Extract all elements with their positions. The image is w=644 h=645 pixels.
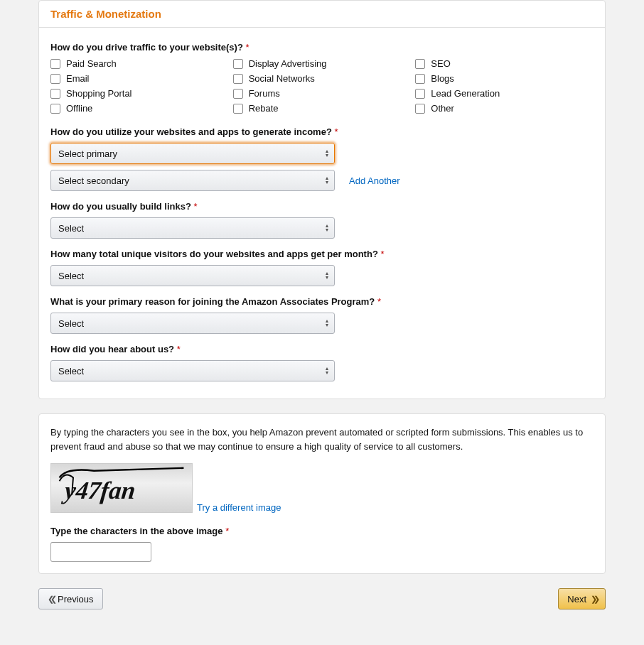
nav-row: ❮❮ Previous Next ❯❯ bbox=[38, 588, 606, 609]
reason-select[interactable]: Select ▴▾ bbox=[50, 313, 335, 334]
checkbox-icon[interactable] bbox=[233, 89, 243, 99]
panel-title: Traffic & Monetization bbox=[39, 1, 605, 28]
hear-select[interactable]: Select ▴▾ bbox=[50, 360, 335, 381]
income-primary-select[interactable]: Select primary ▴▾ bbox=[50, 143, 335, 164]
traffic-option[interactable]: Paid Search bbox=[50, 58, 229, 69]
select-arrows-icon: ▴▾ bbox=[326, 149, 328, 158]
hear-label: How did you hear about us? * bbox=[50, 344, 594, 354]
reason-label: What is your primary reason for joining … bbox=[50, 296, 594, 307]
checkbox-icon[interactable] bbox=[233, 59, 243, 69]
checkbox-icon[interactable] bbox=[50, 89, 60, 99]
traffic-options-grid: Paid SearchDisplay AdvertisingSEOEmailSo… bbox=[50, 58, 594, 114]
traffic-option[interactable]: Shopping Portal bbox=[50, 88, 229, 99]
traffic-option[interactable]: Offline bbox=[50, 103, 229, 114]
traffic-option-label: Paid Search bbox=[66, 58, 117, 69]
chevron-left-icon: ❮❮ bbox=[48, 595, 53, 604]
traffic-option-label: Display Advertising bbox=[249, 58, 327, 69]
select-arrows-icon: ▴▾ bbox=[326, 176, 328, 185]
traffic-option[interactable]: Social Networks bbox=[233, 73, 412, 84]
checkbox-icon[interactable] bbox=[50, 74, 60, 84]
checkbox-icon[interactable] bbox=[415, 59, 425, 69]
traffic-option-label: Shopping Portal bbox=[66, 88, 132, 99]
checkbox-icon[interactable] bbox=[415, 104, 425, 114]
select-arrows-icon: ▴▾ bbox=[326, 367, 328, 375]
visitors-select[interactable]: Select ▴▾ bbox=[50, 265, 335, 286]
checkbox-icon[interactable] bbox=[233, 104, 243, 114]
traffic-option[interactable]: Lead Generation bbox=[415, 88, 594, 99]
traffic-option[interactable]: Forums bbox=[233, 88, 412, 99]
traffic-option[interactable]: Rebate bbox=[233, 103, 412, 114]
checkbox-icon[interactable] bbox=[415, 74, 425, 84]
captcha-image: y47fan bbox=[50, 463, 193, 513]
select-arrows-icon: ▴▾ bbox=[326, 271, 328, 280]
captcha-input[interactable] bbox=[50, 542, 151, 562]
visitors-label: How many total unique visitors do your w… bbox=[50, 249, 594, 259]
build-links-select[interactable]: Select ▴▾ bbox=[50, 217, 335, 239]
income-secondary-select[interactable]: Select secondary ▴▾ bbox=[50, 170, 335, 191]
previous-button[interactable]: ❮❮ Previous bbox=[38, 588, 103, 609]
next-button[interactable]: Next ❯❯ bbox=[558, 588, 606, 609]
traffic-option-label: Lead Generation bbox=[431, 88, 500, 99]
traffic-option-label: Offline bbox=[66, 103, 92, 114]
traffic-option[interactable]: Other bbox=[415, 103, 594, 114]
traffic-option-label: Blogs bbox=[431, 73, 454, 84]
select-arrows-icon: ▴▾ bbox=[326, 319, 328, 327]
traffic-option-label: Other bbox=[431, 103, 454, 114]
traffic-option-label: SEO bbox=[431, 58, 450, 69]
traffic-option[interactable]: Email bbox=[50, 73, 229, 84]
try-different-image-link[interactable]: Try a different image bbox=[197, 502, 281, 513]
add-another-link[interactable]: Add Another bbox=[349, 175, 400, 186]
income-question-label: How do you utilize your websites and app… bbox=[50, 126, 594, 137]
captcha-intro-text: By typing the characters you see in the … bbox=[50, 426, 594, 453]
traffic-monetization-panel: Traffic & Monetization How do you drive … bbox=[38, 0, 606, 399]
traffic-option-label: Forums bbox=[249, 88, 280, 99]
checkbox-icon[interactable] bbox=[233, 74, 243, 84]
checkbox-icon[interactable] bbox=[50, 59, 60, 69]
traffic-option[interactable]: Display Advertising bbox=[233, 58, 412, 69]
build-links-label: How do you usually build links? * bbox=[50, 201, 594, 212]
captcha-panel: By typing the characters you see in the … bbox=[38, 413, 606, 574]
select-arrows-icon: ▴▾ bbox=[326, 224, 328, 232]
captcha-input-label: Type the characters in the above image * bbox=[50, 526, 594, 536]
traffic-question-label: How do you drive traffic to your website… bbox=[50, 42, 594, 53]
checkbox-icon[interactable] bbox=[415, 89, 425, 99]
checkbox-icon[interactable] bbox=[50, 104, 60, 114]
chevron-right-icon: ❯❯ bbox=[591, 595, 596, 604]
traffic-option[interactable]: SEO bbox=[415, 58, 594, 69]
traffic-option-label: Social Networks bbox=[249, 73, 315, 84]
traffic-option-label: Email bbox=[66, 73, 90, 84]
traffic-option-label: Rebate bbox=[249, 103, 279, 114]
traffic-option[interactable]: Blogs bbox=[415, 73, 594, 84]
